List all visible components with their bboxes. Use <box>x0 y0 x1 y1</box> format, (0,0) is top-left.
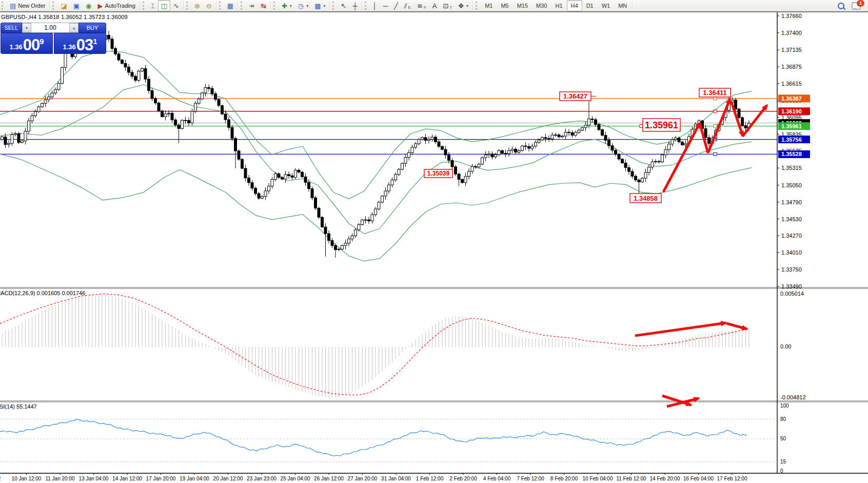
svg-text:7 Feb 12:00: 7 Feb 12:00 <box>517 476 544 481</box>
chat-icon[interactable]: 1 <box>852 2 861 10</box>
volume-decrease-button[interactable]: ▼ <box>22 23 31 32</box>
bar-chart-icon[interactable]: ⌶ <box>148 0 158 11</box>
svg-text:27 Jan 20:00: 27 Jan 20:00 <box>348 476 378 481</box>
svg-text:25 Jan 04:00: 25 Jan 04:00 <box>281 476 310 481</box>
volume-input[interactable] <box>31 23 69 32</box>
new-order-button[interactable]: ▤New Order <box>7 0 48 11</box>
autotrading-button[interactable]: ▶AutoTrading <box>94 0 139 11</box>
profile-icon: ◪ <box>61 3 67 9</box>
signals-icon[interactable]: ◉ <box>83 0 94 11</box>
svg-text:1.34270: 1.34270 <box>781 233 802 239</box>
candlestick-chart-icon[interactable]: ◫ <box>158 0 170 11</box>
timeframe-m5[interactable]: M5 <box>497 0 512 11</box>
buy-price-button[interactable]: 1.36031 <box>54 33 106 54</box>
toolbar-drag-handle[interactable] <box>365 2 368 10</box>
svg-text:10 Feb 04:00: 10 Feb 04:00 <box>583 476 613 481</box>
profile-icon[interactable]: ◪ <box>57 0 70 11</box>
svg-text:0.005014: 0.005014 <box>780 291 804 297</box>
price-axis: 1.376601.374001.371351.368751.366151.363… <box>777 13 810 289</box>
toolbar-drag-handle[interactable] <box>273 2 277 10</box>
axes <box>0 12 868 473</box>
annotation-labels[interactable]: 1.364271.364111.359611.350391.34858 <box>424 88 731 203</box>
svg-text:11 Jan 20:00: 11 Jan 20:00 <box>45 476 75 481</box>
auto-scroll-icon[interactable]: ↠ <box>246 0 258 11</box>
vertical-line-icon[interactable]: │ <box>370 0 380 11</box>
chart-canvas[interactable]: 1.376601.374001.371351.368751.366151.363… <box>0 0 868 483</box>
toolbar-drag-handle[interactable] <box>52 2 56 10</box>
templates-menu-button[interactable]: ▩▾ <box>311 0 328 11</box>
tile-windows-icon[interactable]: ▦ <box>224 0 236 11</box>
arrows-menu-button[interactable]: ✥▾ <box>455 0 471 11</box>
toolbar-drag-handle[interactable] <box>2 2 5 10</box>
trend-arrow[interactable] <box>743 105 767 136</box>
svg-text:80: 80 <box>780 416 786 422</box>
volume-increase-button[interactable]: ▲ <box>69 23 78 32</box>
svg-text:17 Jan 20:00: 17 Jan 20:00 <box>146 476 176 481</box>
charts-window-icon: ▣ <box>73 3 80 9</box>
autotrading-button: ▶ <box>97 3 103 9</box>
timeframe-h4[interactable]: H4 <box>567 0 582 11</box>
sell-price-button[interactable]: 1.36009 <box>1 33 53 54</box>
horizontal-line-icon[interactable]: ─ <box>380 0 391 11</box>
sell-button[interactable]: SELL <box>1 23 22 33</box>
svg-text:1.35961: 1.35961 <box>645 120 678 130</box>
trend-arrow[interactable] <box>726 323 747 329</box>
bollinger-bands <box>0 51 752 261</box>
trend-arrow[interactable] <box>663 123 700 192</box>
zoom-in-icon[interactable]: ⊕ <box>191 0 203 11</box>
equidistant-channel-icon[interactable]: ⫽E <box>401 0 414 11</box>
search-icon[interactable] <box>838 3 844 9</box>
toolbar-separator <box>49 1 50 10</box>
svg-text:20 Jan 12:00: 20 Jan 12:00 <box>213 476 243 481</box>
rsi-panel: 1008050150 <box>0 403 789 474</box>
buy-button[interactable]: BUY <box>78 23 106 33</box>
signals-icon: ◉ <box>86 3 91 9</box>
line-chart-icon[interactable]: ∿ <box>170 0 182 11</box>
toolbar-drag-handle[interactable] <box>186 2 190 10</box>
indicators-menu-button[interactable]: ✚▾ <box>279 0 295 11</box>
text-label-icon[interactable]: ⊡T <box>440 0 455 11</box>
level-line-handle[interactable] <box>714 97 717 100</box>
svg-text:1.35315: 1.35315 <box>781 165 802 171</box>
toolbar-drag-handle[interactable] <box>332 2 336 10</box>
mt4-window: { "toolbar": { "groups": [ {"items":[{"n… <box>0 0 868 483</box>
fibonacci-icon[interactable]: ≋F <box>414 0 429 11</box>
trend-arrows[interactable] <box>635 99 767 407</box>
timeframe-h1[interactable]: H1 <box>551 0 567 11</box>
svg-text:1.34858: 1.34858 <box>634 195 658 202</box>
timeframe-w1[interactable]: W1 <box>598 0 615 11</box>
timeframe-m1[interactable]: M1 <box>481 0 497 11</box>
equidistant-channel-icon: ⫽ <box>404 3 407 9</box>
timeframe-mn[interactable]: MN <box>614 0 631 11</box>
svg-text:19 Jan 04:00: 19 Jan 04:00 <box>180 476 209 481</box>
tile-windows-icon: ▦ <box>227 3 233 9</box>
svg-text:50: 50 <box>780 436 786 441</box>
zoom-out-icon[interactable]: ⊖ <box>203 0 215 11</box>
level-line-handle[interactable] <box>714 152 717 156</box>
cursor-icon[interactable]: ↖ <box>338 0 349 11</box>
svg-text:16 Feb 04:00: 16 Feb 04:00 <box>683 476 714 481</box>
toolbar-drag-handle[interactable] <box>219 2 223 10</box>
timeframe-d1[interactable]: D1 <box>582 0 598 11</box>
toolbar-drag-handle[interactable] <box>476 2 479 10</box>
crosshair-icon[interactable]: ┼ <box>349 0 360 11</box>
bar-chart-icon: ⌶ <box>151 3 155 9</box>
toolbar-separator <box>362 1 362 10</box>
text-icon[interactable]: A <box>429 0 440 11</box>
sell-price-sup: 9 <box>40 37 44 46</box>
chart-shift-icon[interactable]: ↹ <box>258 0 269 11</box>
timeframe-m15[interactable]: M15 <box>513 0 532 11</box>
charts-window-icon[interactable]: ▣ <box>70 0 83 11</box>
timeframe-m30[interactable]: M30 <box>532 0 551 11</box>
svg-text:26 Jan 12:00: 26 Jan 12:00 <box>314 476 344 481</box>
trendline-icon[interactable]: ╱ <box>391 0 401 11</box>
toolbar-drag-handle[interactable] <box>241 2 244 10</box>
periods-menu-button[interactable]: ◷▾ <box>295 0 311 11</box>
icon-sub-letter: F <box>424 5 426 10</box>
svg-text:14 Jan 12:00: 14 Jan 12:00 <box>112 476 142 481</box>
svg-text:14 Feb 20:00: 14 Feb 20:00 <box>650 476 680 481</box>
toolbar-drag-handle[interactable] <box>143 2 146 10</box>
level-line-handle[interactable] <box>714 125 717 128</box>
cursor-icon: ↖ <box>341 3 346 9</box>
icon-sub-letter: T <box>449 5 452 10</box>
